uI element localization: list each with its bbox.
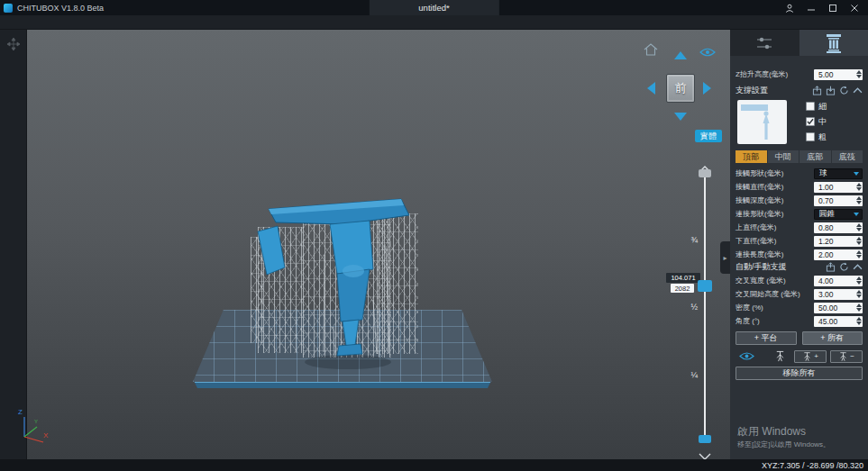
tab-bottom[interactable]: 底部 [799,150,831,163]
angle-input[interactable]: 45.00 [814,316,863,327]
xyz-coordinates: XYZ:7.305 / -28.699 /80.320 [762,461,863,470]
z-lift-value: 5.00 [814,70,854,79]
spinner[interactable] [854,182,863,193]
spinner[interactable] [854,222,863,233]
thickness-label: 粗 [818,131,827,143]
remove-all-button[interactable]: 移除所有 [736,367,863,380]
maximize-button[interactable] [827,3,837,13]
add-support-button[interactable]: + [794,350,827,363]
toolbar-strip [0,15,868,30]
layer-slider-track[interactable] [704,172,706,442]
slider-fraction: ¼ [681,370,698,379]
param-value: 4.00 [814,276,854,285]
minus-sign: − [850,353,854,360]
layer-slider-handle[interactable] [698,280,712,292]
rotate-up-arrow[interactable] [674,51,687,59]
checkbox-unchecked[interactable] [806,132,815,141]
z-lift-input[interactable]: 5.00 [814,69,863,80]
chitubox-window: CHITUBOX V1.8.0 Beta untitled* [0,0,868,471]
param-label: 接觸深度(毫米) [736,195,783,205]
thickness-option-coarse[interactable]: 粗 [806,131,827,142]
slider-down-chevron[interactable] [699,448,711,455]
view-cube-front[interactable]: 前 [666,74,695,103]
import-profile-icon[interactable] [826,86,836,95]
layer-slider-top-handle[interactable] [699,169,711,177]
reset-defaults-icon[interactable] [839,262,849,272]
rotate-left-arrow[interactable] [647,82,655,95]
thickness-option-fine[interactable]: 細 [806,101,827,112]
tab-top[interactable]: 頂部 [736,150,767,163]
support-column-icon [825,33,843,53]
spinner[interactable] [854,69,863,80]
contact-shape-select[interactable]: 球 [814,168,863,179]
tab-support-settings[interactable] [799,30,868,56]
document-tab[interactable]: untitled* [369,0,498,15]
close-button[interactable] [849,3,859,13]
param-value: 3.00 [814,290,854,299]
spinner[interactable] [854,303,863,313]
spinner[interactable] [854,236,863,247]
minimize-button[interactable] [806,3,816,13]
tab-raft[interactable]: 底筏 [832,150,863,163]
view-mode-badge[interactable]: 實體 [695,130,722,142]
spinner[interactable] [854,249,863,260]
support-pillar-icon[interactable] [774,350,786,362]
collapse-section-icon[interactable] [853,86,863,95]
auto-support-buttons: + 平台 + 所有 [736,331,863,345]
home-icon[interactable] [644,43,658,56]
density-input[interactable]: 50.00 [814,303,863,313]
add-all-supports-button[interactable]: + 所有 [802,331,863,345]
axis-z-label: Z [18,408,23,416]
param-label: 連接長度(毫米) [736,249,783,259]
collapse-section-icon[interactable] [853,262,863,272]
support-section-tabs: 頂部 中間 底部 底筏 [736,150,863,163]
account-icon[interactable] [784,3,794,13]
spinner[interactable] [854,276,863,286]
app-logo-icon [4,4,13,13]
cross-start-height-input[interactable]: 3.00 [814,289,863,300]
connect-length-input[interactable]: 2.00 [814,249,863,260]
rotate-right-arrow[interactable] [703,82,711,95]
windows-activation-watermark: 啟用 Windows [737,424,806,439]
axis-x-label: X [43,431,48,439]
reset-defaults-icon[interactable] [839,86,849,95]
document-title: untitled* [418,3,449,13]
param-value: 0.70 [814,196,854,205]
checkbox-unchecked[interactable] [806,102,815,111]
spinner[interactable] [854,316,863,327]
tab-slice-settings[interactable] [730,30,799,56]
support-preview [737,100,787,144]
settings-panel: Z抬升高度(毫米) 5.00 支撐設置 細 [730,30,868,459]
checkbox-checked[interactable] [806,117,815,126]
spinner[interactable] [854,289,863,300]
param-value: 0.80 [814,223,854,232]
slider-fraction: ¾ [681,235,698,244]
thickness-label: 中 [818,116,827,128]
cross-width-input[interactable]: 4.00 [814,276,863,286]
delete-support-button[interactable]: − [830,350,863,363]
rotate-down-arrow[interactable] [674,113,687,121]
lower-diameter-input[interactable]: 1.20 [814,236,863,247]
view-eye-icon[interactable] [699,44,716,54]
viewport-3d[interactable]: 前 實體 ¾ ½ ¼ 104.071 2082 [27,30,730,459]
panel-collapse-handle[interactable]: ▸ [720,241,730,274]
spinner[interactable] [854,195,863,206]
export-profile-icon[interactable] [812,86,822,95]
move-tool-icon[interactable] [6,37,21,51]
tab-middle[interactable]: 中間 [768,150,799,163]
axis-indicator: Z Y X [11,408,54,449]
layer-slider-bottom-handle[interactable] [699,435,711,443]
support-structures [377,213,418,354]
add-platform-supports-button[interactable]: + 平台 [736,331,797,345]
param-value: 50.00 [814,303,854,312]
contact-diameter-input[interactable]: 1.00 [814,182,863,193]
connect-shape-select[interactable]: 圓錐 [814,209,863,220]
param-label: 下直徑(毫米) [736,236,776,246]
thickness-option-medium[interactable]: 中 [806,116,827,127]
export-profile-icon[interactable] [826,262,836,272]
param-label: 連接形狀(毫米) [736,209,783,219]
upper-diameter-input[interactable]: 0.80 [814,222,863,233]
slider-up-chevron[interactable] [699,160,711,168]
contact-depth-input[interactable]: 0.70 [814,195,863,206]
supports-visibility-eye-button[interactable] [739,351,754,361]
